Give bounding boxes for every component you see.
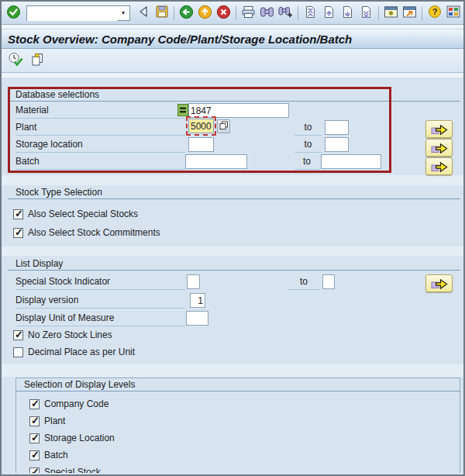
checkbox-decimal-place-as-per-unit[interactable]: Decimal Place as per Unit: [13, 346, 135, 358]
storage-location-from-input[interactable]: [188, 137, 214, 152]
checkbox-label: Decimal Place as per Unit: [28, 347, 135, 357]
to-label: to: [294, 119, 322, 136]
find-next-button[interactable]: [277, 4, 294, 22]
checkbox-special-stock[interactable]: Special Stock: [29, 466, 101, 473]
plant-multiselect-button[interactable]: [425, 120, 453, 138]
value-overview-button[interactable]: [217, 119, 230, 133]
checkbox-company-code[interactable]: Company Code: [29, 398, 108, 410]
sap-window: ▼ ? Stock Overview: Company Code/Plant/S…: [0, 0, 465, 476]
command-input[interactable]: [27, 7, 117, 21]
first-page-icon: [304, 5, 317, 21]
spacer-strip: [2, 247, 463, 256]
last-page-button[interactable]: [357, 4, 375, 22]
back-triangle-icon: [137, 5, 150, 20]
material-label: Material: [16, 102, 185, 119]
display-version-label: Display version: [16, 292, 185, 309]
checkbox-box[interactable]: [29, 433, 40, 443]
checkbox-label: Company Code: [44, 398, 108, 409]
checkbox-label: Also Select Special Stocks: [28, 209, 138, 219]
print-button[interactable]: [239, 4, 257, 22]
special-stock-multiselect-button[interactable]: [425, 274, 453, 292]
spacer-strip: [2, 73, 463, 78]
next-page-icon: [341, 5, 354, 21]
new-session-button[interactable]: [382, 4, 400, 22]
execute-button[interactable]: [6, 51, 24, 70]
special-stock-indicator-from-input[interactable]: [187, 274, 200, 289]
checkbox-box[interactable]: [29, 399, 40, 409]
multiselect-icon: [430, 122, 449, 137]
checkbox-batch[interactable]: Batch: [29, 449, 68, 461]
help-icon: ?: [428, 5, 442, 21]
checkbox-box[interactable]: [13, 330, 23, 340]
plant-label: Plant: [16, 119, 185, 136]
spacer-strip: [2, 364, 463, 377]
to-label: to: [288, 274, 320, 290]
title-bar: Stock Overview: Company Code/Plant/Stora…: [2, 29, 463, 49]
print-icon: [241, 5, 256, 21]
checkbox-plant[interactable]: Plant: [29, 415, 65, 427]
checkbox-box[interactable]: [29, 467, 40, 474]
special-stock-indicator-to-input[interactable]: [322, 274, 335, 289]
checkbox-label: Batch: [44, 450, 68, 460]
display-unit-of-measure-input[interactable]: [186, 311, 208, 326]
checkbox-box[interactable]: [13, 228, 23, 238]
storage-location-to-input[interactable]: [325, 137, 349, 152]
find-next-icon: [278, 5, 293, 20]
customize-layout-button[interactable]: [444, 4, 462, 22]
back-button[interactable]: [177, 4, 195, 22]
to-label: to: [294, 136, 322, 153]
checkbox-box[interactable]: [13, 209, 23, 219]
section-header-display-levels: Selection of Display Levels: [16, 378, 460, 391]
focus-annotation: [186, 116, 216, 136]
checkbox-storage-location[interactable]: Storage Location: [29, 432, 115, 444]
first-page-button[interactable]: [301, 4, 319, 22]
plant-to-input[interactable]: [325, 120, 349, 135]
save-button[interactable]: [153, 4, 170, 22]
checkbox-label: Also Select Stock Commitments: [28, 227, 160, 238]
find-button[interactable]: [258, 4, 276, 22]
spacer-strip: [2, 175, 463, 185]
to-label: to: [294, 153, 319, 170]
enter-button[interactable]: [5, 4, 22, 22]
svg-text:?: ?: [432, 7, 437, 16]
toolbar-separator: [174, 6, 174, 20]
next-page-button[interactable]: [339, 4, 356, 22]
chevron-down-icon[interactable]: ▼: [118, 7, 129, 19]
page-title: Stock Overview: Company Code/Plant/Stora…: [8, 33, 352, 46]
toolbar-separator: [422, 6, 422, 20]
batch-from-input[interactable]: [185, 154, 247, 169]
application-toolbar: [2, 49, 463, 73]
cancel-button[interactable]: [215, 4, 232, 22]
section-header-stock-type-selection: Stock Type Selection: [8, 186, 460, 199]
storage-location-multiselect-button[interactable]: [425, 139, 453, 157]
back-triangle-button[interactable]: [134, 4, 152, 22]
checkbox-also-select-special-stocks[interactable]: Also Select Special Stocks: [13, 208, 138, 220]
display-levels-frame: Selection of Display Levels Company Code…: [16, 378, 460, 473]
batch-multiselect-button[interactable]: [425, 157, 453, 175]
exit-button[interactable]: [196, 4, 214, 22]
save-icon: [155, 5, 169, 21]
plant-from-input[interactable]: [188, 119, 214, 133]
previous-page-button[interactable]: [320, 4, 338, 22]
create-shortcut-button[interactable]: [401, 4, 418, 22]
find-icon: [260, 5, 274, 20]
special-stock-indicator-label: Special Stock Indicator: [16, 274, 185, 290]
multiselect-icon: [430, 140, 449, 156]
display-version-input[interactable]: [190, 293, 205, 308]
cancel-icon: [216, 5, 231, 22]
batch-to-input[interactable]: [321, 154, 381, 169]
value-overview-icon: [219, 121, 229, 133]
exit-icon: [198, 5, 212, 22]
checkbox-also-select-stock-commitments[interactable]: Also Select Stock Commitments: [13, 226, 160, 239]
checkbox-box[interactable]: [29, 416, 40, 426]
checkbox-box[interactable]: [29, 450, 40, 460]
checkbox-box[interactable]: [13, 347, 23, 357]
batch-label: Batch: [16, 153, 185, 170]
toolbar-separator: [378, 6, 379, 20]
customize-layout-icon: [446, 5, 460, 20]
standard-toolbar: ▼ ?: [2, 2, 463, 25]
command-field: ▼: [26, 5, 130, 21]
checkbox-no-zero-stock-lines[interactable]: No Zero Stock Lines: [13, 329, 112, 341]
help-button[interactable]: ?: [425, 4, 443, 22]
get-variant-button[interactable]: [29, 51, 46, 70]
